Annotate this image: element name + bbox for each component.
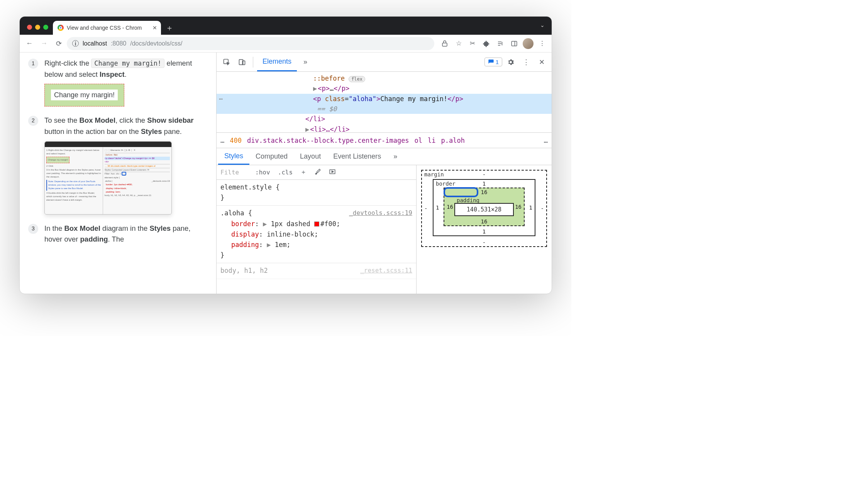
styles-subtabs: Styles Computed Layout Event Listeners » [217,148,552,165]
settings-gear-icon[interactable] [504,55,518,69]
forward-button[interactable]: → [37,37,51,50]
subtab-event-listeners[interactable]: Event Listeners [327,148,387,165]
new-style-rule-icon[interactable]: ＋ [296,168,310,176]
css-val[interactable]: 1em [275,241,287,249]
tab-elements[interactable]: Elements [257,52,297,71]
demo-element[interactable]: Change my margin! [44,84,124,107]
tabs-dropdown-icon[interactable]: ⌄ [540,22,545,28]
expand-icon[interactable]: ▶ [313,85,317,92]
minimize-window-button[interactable] [35,25,40,30]
share-icon[interactable] [438,37,451,50]
bm-border-top[interactable]: 1 [483,181,486,187]
bm-margin-bottom[interactable]: - [483,239,486,245]
reading-list-icon[interactable] [494,37,507,50]
dom-selected-line[interactable]: ⋯ <p class="aloha">Change my margin!</p>… [217,94,552,114]
bm-content-size[interactable]: 140.531×28 [454,203,514,216]
text-bold: Box Model [80,116,116,124]
crumb-more[interactable]: … [220,137,224,144]
browser-tab[interactable]: View and change CSS - Chrom ✕ [53,21,161,35]
step-1: 1 Right-click the Change my margin! elem… [28,58,208,107]
new-tab-button[interactable]: ＋ [164,22,175,33]
code-chip: Change my margin! [91,59,164,68]
svg-rect-4 [511,41,517,46]
dom-tag: </p> [334,85,349,92]
crumb[interactable]: ol [415,137,422,144]
css-prop[interactable]: display [231,230,259,238]
crumb[interactable]: 400 [230,137,242,144]
styles-filter-input[interactable]: Filte [217,169,251,176]
step-3: 3 In the Box Model diagram in the Styles… [28,223,208,245]
dom-breadcrumbs[interactable]: … 400 div.stack.stack--block.type.center… [217,133,552,148]
crumb[interactable]: div.stack.stack--block.type.center-image… [247,137,409,144]
color-swatch[interactable] [314,222,319,227]
tab-title: View and change CSS - Chrom [67,25,142,31]
more-subtabs-icon[interactable]: » [387,148,403,165]
site-info-icon[interactable]: i [72,40,79,47]
crumb[interactable]: p.aloh [441,137,465,144]
cls-toggle[interactable]: .cls [274,169,297,176]
step-2: 2 To see the Box Model, click the Show s… [28,115,208,214]
crumb-more[interactable]: … [544,137,548,144]
css-prop[interactable]: border [231,220,255,228]
bookmark-star-icon[interactable]: ☆ [452,37,465,50]
kebab-menu-icon[interactable]: ⋮ [519,55,533,69]
subtab-layout[interactable]: Layout [294,148,327,165]
crumb[interactable]: li [428,137,435,144]
bm-border-left[interactable]: 1 [436,205,439,211]
subtab-styles[interactable]: Styles [218,148,249,165]
bm-padding-left[interactable]: 16 [447,204,453,210]
bm-padding-top[interactable]: 16 [481,189,488,195]
text-bold: padding [80,235,108,243]
content-split: 1 Right-click the Change my margin! elem… [20,52,552,294]
back-button[interactable]: ← [23,37,36,50]
css-rules[interactable]: element.style { } _devtools.scss:19 .alo… [217,180,416,279]
css-val[interactable]: inline-block [267,230,314,238]
text: . The [108,235,124,243]
bm-margin-left[interactable]: - [424,205,427,211]
box-model-diagram[interactable]: margin - - - - border 1 1 1 1 [421,170,547,247]
profile-avatar[interactable] [522,37,535,50]
bm-margin-right[interactable]: - [541,205,544,211]
rule-source-link[interactable]: _reset.scss:11 [360,266,412,276]
more-tabs-icon[interactable]: » [298,55,312,69]
toolbar-right: ☆ ✂ ⋮ [436,37,549,50]
hov-toggle[interactable]: :hov [251,169,274,176]
bm-border-bottom[interactable]: 1 [483,228,486,235]
ellipsis-icon[interactable]: ⋯ [219,94,223,104]
extensions-puzzle-icon[interactable] [480,37,493,50]
paint-brush-icon[interactable] [310,168,325,177]
styles-panel: Filte :hov .cls ＋ element.style { [217,165,417,294]
inspect-element-icon[interactable] [220,55,234,69]
svg-rect-0 [442,43,447,46]
box-model-sidebar: margin - - - - border 1 1 1 1 [417,165,552,294]
devtools-panel: Elements » 1 ⋮ ✕ ::before flex ▶<p>…</p>… [217,52,552,294]
close-devtools-icon[interactable]: ✕ [535,55,549,69]
text-bold: Styles [141,127,162,135]
issues-badge[interactable]: 1 [484,58,502,66]
subtab-computed[interactable]: Computed [249,148,294,165]
url-path: /docs/devtools/css/ [130,40,182,47]
bm-margin-top[interactable]: - [483,171,486,178]
close-window-button[interactable] [27,25,32,30]
computed-sidebar-icon[interactable] [325,168,340,177]
omnibox[interactable]: i localhost:8080/docs/devtools/css/ [67,37,434,50]
bm-padding-bottom[interactable]: 16 [481,218,488,225]
url-port: :8080 [111,40,126,47]
bm-padding-right[interactable]: 16 [515,204,522,210]
demo-text: Change my margin! [51,90,118,100]
device-toggle-icon[interactable] [235,55,249,69]
bm-border-right[interactable]: 1 [529,205,532,211]
side-panel-icon[interactable] [508,37,521,50]
rule-source-link[interactable]: _devtools.scss:19 [349,208,412,218]
tab-close-icon[interactable]: ✕ [152,25,157,31]
address-bar: ← → ⟳ i localhost:8080/docs/devtools/css… [20,35,552,52]
scissors-icon[interactable]: ✂ [466,37,479,50]
rule-selector[interactable]: element.style { [220,182,412,193]
maximize-window-button[interactable] [43,25,48,30]
css-prop[interactable]: padding [231,241,259,249]
bm-margin-label: margin [424,171,444,178]
chrome-menu-icon[interactable]: ⋮ [535,37,549,50]
window-controls [25,25,51,35]
reload-button[interactable]: ⟳ [52,37,65,50]
dom-tree[interactable]: ::before flex ▶<p>…</p> ⋯ <p class="aloh… [217,72,552,133]
